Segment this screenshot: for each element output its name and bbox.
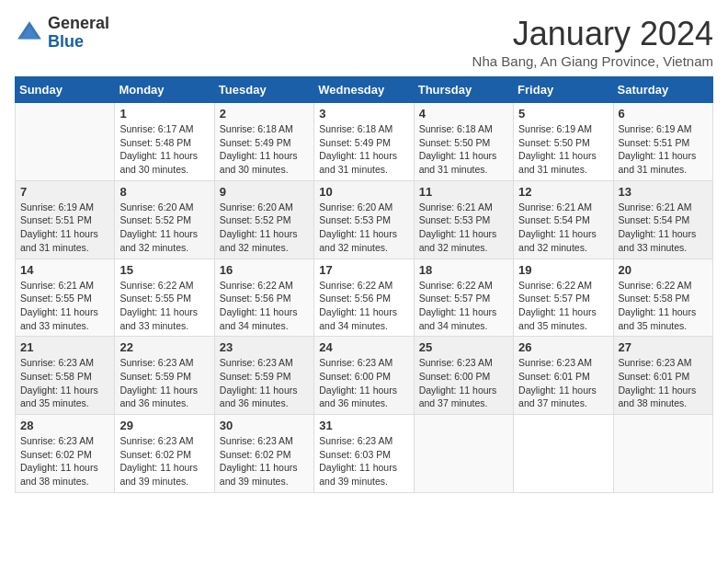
day-info: Sunrise: 6:23 AM Sunset: 6:00 PM Dayligh… xyxy=(319,356,408,410)
calendar-week-row: 1Sunrise: 6:17 AM Sunset: 5:48 PM Daylig… xyxy=(16,103,713,181)
day-info: Sunrise: 6:23 AM Sunset: 6:01 PM Dayligh… xyxy=(518,356,608,410)
calendar-cell: 18Sunrise: 6:22 AM Sunset: 5:57 PM Dayli… xyxy=(414,259,513,337)
day-info: Sunrise: 6:23 AM Sunset: 5:59 PM Dayligh… xyxy=(220,356,309,410)
calendar-cell xyxy=(514,415,613,493)
day-number: 15 xyxy=(119,263,209,277)
calendar-week-row: 28Sunrise: 6:23 AM Sunset: 6:02 PM Dayli… xyxy=(16,415,713,493)
calendar-cell: 30Sunrise: 6:23 AM Sunset: 6:02 PM Dayli… xyxy=(214,415,313,493)
day-info: Sunrise: 6:19 AM Sunset: 5:51 PM Dayligh… xyxy=(20,201,109,255)
day-number: 14 xyxy=(20,263,109,277)
day-info: Sunrise: 6:23 AM Sunset: 5:59 PM Dayligh… xyxy=(119,356,209,410)
calendar-week-row: 7Sunrise: 6:19 AM Sunset: 5:51 PM Daylig… xyxy=(16,180,713,259)
calendar-cell: 12Sunrise: 6:21 AM Sunset: 5:54 PM Dayli… xyxy=(514,180,613,259)
day-info: Sunrise: 6:18 AM Sunset: 5:49 PM Dayligh… xyxy=(220,122,309,177)
logo: General Blue xyxy=(15,15,109,52)
day-number: 31 xyxy=(319,419,408,432)
calendar-cell: 27Sunrise: 6:23 AM Sunset: 6:01 PM Dayli… xyxy=(613,337,712,415)
day-number: 29 xyxy=(119,419,209,432)
day-number: 9 xyxy=(220,185,309,199)
day-info: Sunrise: 6:22 AM Sunset: 5:55 PM Dayligh… xyxy=(119,279,209,333)
calendar-cell: 6Sunrise: 6:19 AM Sunset: 5:51 PM Daylig… xyxy=(613,103,712,181)
day-number: 24 xyxy=(319,340,408,354)
calendar-header-row: SundayMondayTuesdayWednesdayThursdayFrid… xyxy=(16,77,713,103)
day-info: Sunrise: 6:22 AM Sunset: 5:56 PM Dayligh… xyxy=(319,279,408,333)
calendar-cell xyxy=(414,415,513,493)
calendar-cell: 1Sunrise: 6:17 AM Sunset: 5:48 PM Daylig… xyxy=(115,103,214,181)
day-info: Sunrise: 6:17 AM Sunset: 5:48 PM Dayligh… xyxy=(119,122,209,177)
day-number: 6 xyxy=(619,107,708,121)
calendar-cell: 13Sunrise: 6:21 AM Sunset: 5:54 PM Dayli… xyxy=(613,180,712,259)
calendar-cell: 19Sunrise: 6:22 AM Sunset: 5:57 PM Dayli… xyxy=(514,259,613,337)
calendar-cell: 25Sunrise: 6:23 AM Sunset: 6:00 PM Dayli… xyxy=(414,337,513,415)
calendar-cell: 4Sunrise: 6:18 AM Sunset: 5:50 PM Daylig… xyxy=(414,103,513,181)
weekday-header-wednesday: Wednesday xyxy=(314,77,414,103)
calendar-week-row: 21Sunrise: 6:23 AM Sunset: 5:58 PM Dayli… xyxy=(16,337,713,415)
day-info: Sunrise: 6:23 AM Sunset: 6:03 PM Dayligh… xyxy=(319,434,408,488)
calendar-cell: 20Sunrise: 6:22 AM Sunset: 5:58 PM Dayli… xyxy=(613,259,712,337)
title-section: January 2024 Nha Bang, An Giang Province… xyxy=(472,15,713,69)
calendar-cell: 21Sunrise: 6:23 AM Sunset: 5:58 PM Dayli… xyxy=(16,337,115,415)
day-info: Sunrise: 6:22 AM Sunset: 5:57 PM Dayligh… xyxy=(419,279,508,333)
day-number: 27 xyxy=(619,340,708,354)
day-number: 3 xyxy=(319,107,408,121)
calendar-cell: 10Sunrise: 6:20 AM Sunset: 5:53 PM Dayli… xyxy=(314,180,414,259)
logo-blue: Blue xyxy=(48,33,109,52)
calendar-cell: 23Sunrise: 6:23 AM Sunset: 5:59 PM Dayli… xyxy=(214,337,313,415)
day-number: 1 xyxy=(119,107,209,121)
day-info: Sunrise: 6:18 AM Sunset: 5:50 PM Dayligh… xyxy=(419,122,508,177)
day-info: Sunrise: 6:19 AM Sunset: 5:51 PM Dayligh… xyxy=(619,122,708,177)
calendar-week-row: 14Sunrise: 6:21 AM Sunset: 5:55 PM Dayli… xyxy=(16,259,713,337)
calendar-cell: 7Sunrise: 6:19 AM Sunset: 5:51 PM Daylig… xyxy=(16,180,115,259)
day-number: 8 xyxy=(119,185,209,199)
day-info: Sunrise: 6:23 AM Sunset: 6:02 PM Dayligh… xyxy=(220,434,309,488)
day-info: Sunrise: 6:19 AM Sunset: 5:50 PM Dayligh… xyxy=(518,122,608,177)
calendar-cell: 8Sunrise: 6:20 AM Sunset: 5:52 PM Daylig… xyxy=(115,180,214,259)
day-info: Sunrise: 6:20 AM Sunset: 5:52 PM Dayligh… xyxy=(119,201,209,255)
day-number: 30 xyxy=(220,419,309,432)
day-info: Sunrise: 6:22 AM Sunset: 5:57 PM Dayligh… xyxy=(518,279,608,333)
calendar-cell: 9Sunrise: 6:20 AM Sunset: 5:52 PM Daylig… xyxy=(214,180,313,259)
weekday-header-sunday: Sunday xyxy=(16,77,115,103)
calendar-cell: 16Sunrise: 6:22 AM Sunset: 5:56 PM Dayli… xyxy=(214,259,313,337)
day-number: 4 xyxy=(419,107,508,121)
day-info: Sunrise: 6:23 AM Sunset: 5:58 PM Dayligh… xyxy=(20,356,109,410)
day-number: 28 xyxy=(20,419,109,432)
day-info: Sunrise: 6:23 AM Sunset: 6:01 PM Dayligh… xyxy=(619,356,708,410)
day-number: 19 xyxy=(518,263,608,277)
page-header: General Blue January 2024 Nha Bang, An G… xyxy=(15,15,713,69)
calendar-cell: 3Sunrise: 6:18 AM Sunset: 5:49 PM Daylig… xyxy=(314,103,414,181)
calendar-cell: 17Sunrise: 6:22 AM Sunset: 5:56 PM Dayli… xyxy=(314,259,414,337)
day-info: Sunrise: 6:22 AM Sunset: 5:58 PM Dayligh… xyxy=(619,279,708,333)
logo-text: General Blue xyxy=(48,15,109,52)
calendar-cell: 15Sunrise: 6:22 AM Sunset: 5:55 PM Dayli… xyxy=(115,259,214,337)
calendar-cell: 31Sunrise: 6:23 AM Sunset: 6:03 PM Dayli… xyxy=(314,415,414,493)
day-info: Sunrise: 6:18 AM Sunset: 5:49 PM Dayligh… xyxy=(319,122,408,177)
day-info: Sunrise: 6:21 AM Sunset: 5:54 PM Dayligh… xyxy=(619,201,708,255)
day-number: 22 xyxy=(119,340,209,354)
day-number: 25 xyxy=(419,340,508,354)
calendar-cell xyxy=(16,103,115,181)
logo-icon xyxy=(15,18,44,48)
day-number: 10 xyxy=(319,185,408,199)
calendar-cell: 26Sunrise: 6:23 AM Sunset: 6:01 PM Dayli… xyxy=(514,337,613,415)
calendar-table: SundayMondayTuesdayWednesdayThursdayFrid… xyxy=(15,76,713,493)
day-info: Sunrise: 6:23 AM Sunset: 6:00 PM Dayligh… xyxy=(419,356,508,410)
day-info: Sunrise: 6:21 AM Sunset: 5:53 PM Dayligh… xyxy=(419,201,508,255)
calendar-cell: 24Sunrise: 6:23 AM Sunset: 6:00 PM Dayli… xyxy=(314,337,414,415)
day-number: 13 xyxy=(619,185,708,199)
day-info: Sunrise: 6:21 AM Sunset: 5:54 PM Dayligh… xyxy=(518,201,608,255)
weekday-header-tuesday: Tuesday xyxy=(214,77,313,103)
day-number: 21 xyxy=(20,340,109,354)
logo-general: General xyxy=(48,15,109,33)
calendar-cell: 14Sunrise: 6:21 AM Sunset: 5:55 PM Dayli… xyxy=(16,259,115,337)
weekday-header-friday: Friday xyxy=(514,77,613,103)
day-info: Sunrise: 6:20 AM Sunset: 5:53 PM Dayligh… xyxy=(319,201,408,255)
day-number: 7 xyxy=(20,185,109,199)
day-number: 23 xyxy=(220,340,309,354)
day-number: 12 xyxy=(518,185,608,199)
day-info: Sunrise: 6:23 AM Sunset: 6:02 PM Dayligh… xyxy=(119,434,209,488)
calendar-cell: 2Sunrise: 6:18 AM Sunset: 5:49 PM Daylig… xyxy=(214,103,313,181)
weekday-header-monday: Monday xyxy=(115,77,214,103)
calendar-cell: 5Sunrise: 6:19 AM Sunset: 5:50 PM Daylig… xyxy=(514,103,613,181)
calendar-cell: 11Sunrise: 6:21 AM Sunset: 5:53 PM Dayli… xyxy=(414,180,513,259)
